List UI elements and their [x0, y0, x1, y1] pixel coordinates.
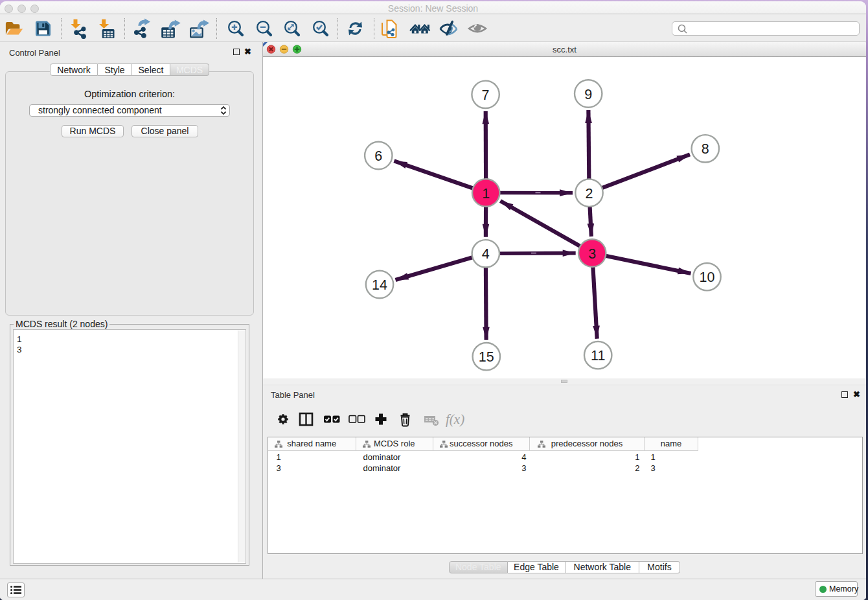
svg-text:7: 7	[482, 87, 490, 103]
svg-text:10: 10	[700, 270, 715, 285]
svg-text:8: 8	[702, 141, 709, 157]
svg-text:f(x): f(x)	[446, 411, 464, 427]
svg-text:3: 3	[588, 246, 596, 262]
svg-text:9: 9	[584, 87, 592, 102]
svg-text:4: 4	[482, 246, 490, 262]
svg-text:15: 15	[479, 349, 494, 365]
svg-text:1: 1	[482, 186, 490, 202]
svg-text:2: 2	[586, 186, 593, 202]
svg-text:6: 6	[374, 148, 382, 164]
svg-text:11: 11	[591, 348, 605, 363]
svg-text:14: 14	[372, 277, 387, 293]
